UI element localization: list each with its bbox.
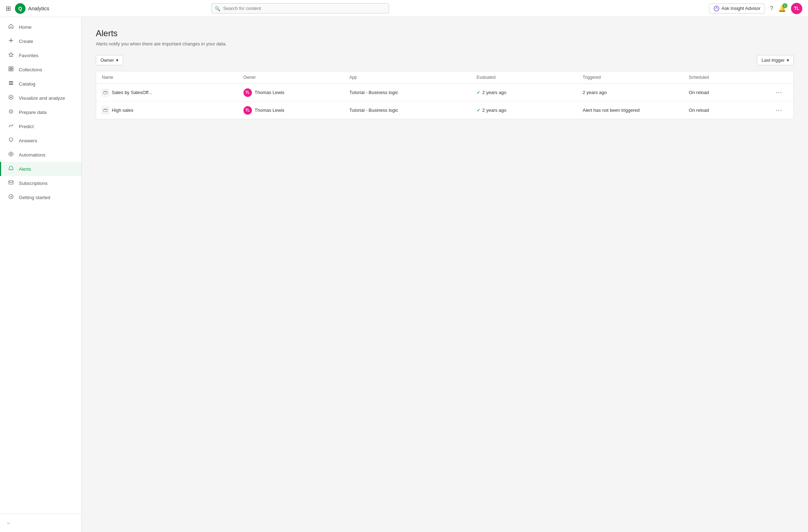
sidebar-item-getting-started-label: Getting started xyxy=(19,195,50,200)
sidebar-item-predict[interactable]: Predict xyxy=(0,119,81,133)
alert-triggered-cell-row2: Alert has not been triggered xyxy=(583,108,689,113)
grid-menu-button[interactable]: ⊞ xyxy=(6,5,11,12)
sidebar-item-visualize-label: Visualize and analyze xyxy=(19,95,65,101)
search-input[interactable] xyxy=(211,3,389,13)
sidebar-item-home-label: Home xyxy=(19,24,32,30)
owner-filter-label: Owner xyxy=(100,57,114,63)
home-icon xyxy=(7,23,15,31)
svg-rect-11 xyxy=(9,83,13,83)
sidebar: Home Create Favorites xyxy=(0,17,82,532)
insight-advisor-button[interactable]: Ask Insight Advisor xyxy=(709,4,765,13)
table-row: Sales by SalesOff... TL Thomas Lewis Tut… xyxy=(96,84,793,102)
row2-more-button[interactable]: ··· xyxy=(774,106,784,115)
sidebar-item-favorites-label: Favorites xyxy=(19,53,39,58)
owner-avatar-row1: TL xyxy=(243,88,252,97)
sidebar-item-favorites[interactable]: Favorites xyxy=(0,48,81,62)
sidebar-collapse-button[interactable]: ← xyxy=(6,518,75,528)
sidebar-item-collections[interactable]: Collections xyxy=(0,62,81,77)
sidebar-nav: Home Create Favorites xyxy=(0,17,81,514)
triggered-text-row2: Alert has not been triggered xyxy=(583,108,639,113)
answers-icon xyxy=(7,137,15,144)
sidebar-item-catalog-label: Catalog xyxy=(19,81,35,87)
row1-more-button[interactable]: ··· xyxy=(774,88,784,97)
visualize-icon xyxy=(7,94,15,102)
sidebar-item-visualize[interactable]: Visualize and analyze xyxy=(0,91,81,105)
prepare-icon xyxy=(7,109,15,116)
alert-owner-cell-row2: TL Thomas Lewis xyxy=(243,106,350,115)
svg-point-18 xyxy=(10,153,12,155)
sidebar-item-collections-label: Collections xyxy=(19,67,42,72)
col-header-actions xyxy=(774,75,788,80)
sidebar-item-create-label: Create xyxy=(19,39,33,44)
svg-marker-5 xyxy=(9,53,13,57)
alert-name-cell: Sales by SalesOff... xyxy=(102,89,243,96)
alert-row-icon xyxy=(102,89,109,96)
getting-started-icon xyxy=(7,194,15,201)
sidebar-item-getting-started[interactable]: Getting started xyxy=(0,190,81,204)
alert-owner-cell-row1: TL Thomas Lewis xyxy=(243,88,350,97)
sidebar-item-subscriptions-label: Subscriptions xyxy=(19,181,48,186)
sidebar-item-alerts-label: Alerts xyxy=(19,166,31,172)
owner-avatar-row2: TL xyxy=(243,106,252,115)
col-header-scheduled: Scheduled xyxy=(689,75,774,80)
col-header-evaluated: Evaluated xyxy=(477,75,583,80)
catalog-icon xyxy=(7,80,15,87)
svg-rect-6 xyxy=(9,67,11,68)
col-header-name: Name xyxy=(102,75,243,80)
sidebar-item-prepare-label: Prepare data xyxy=(19,110,46,115)
alert-row-icon-row2 xyxy=(102,107,109,114)
sidebar-item-home[interactable]: Home xyxy=(0,20,81,34)
owner-name-row2: Thomas Lewis xyxy=(255,108,285,113)
col-header-owner: Owner xyxy=(243,75,350,80)
insight-icon xyxy=(714,6,719,11)
sidebar-item-answers[interactable]: Answers xyxy=(0,133,81,148)
search-icon: 🔍 xyxy=(215,6,220,11)
svg-rect-7 xyxy=(11,67,13,68)
sidebar-item-subscriptions[interactable]: Subscriptions xyxy=(0,176,81,190)
predict-icon xyxy=(7,123,15,130)
svg-rect-12 xyxy=(9,84,13,85)
svg-rect-8 xyxy=(9,69,11,71)
sidebar-item-alerts[interactable]: Alerts xyxy=(0,162,81,176)
alert-name-cell-row2: High sales xyxy=(102,107,243,114)
alert-evaluated-cell-row1: ✔ 2 years ago xyxy=(477,90,583,95)
svg-rect-9 xyxy=(11,69,13,71)
alert-name-row2: High sales xyxy=(112,108,133,113)
qlik-logo-icon: Q xyxy=(15,3,26,14)
page-title: Alerts xyxy=(96,28,794,38)
alert-app-cell-row1: Tutorial - Business logic xyxy=(349,90,477,95)
sidebar-item-catalog[interactable]: Catalog xyxy=(0,77,81,91)
insight-advisor-label: Ask Insight Advisor xyxy=(721,6,760,11)
svg-rect-22 xyxy=(104,91,107,94)
collections-icon xyxy=(7,66,15,73)
alert-triggered-cell-row1: 2 years ago xyxy=(583,90,689,95)
collapse-icon: ← xyxy=(6,520,11,526)
alerts-icon xyxy=(7,165,15,172)
alert-scheduled-cell-row1: On reload xyxy=(689,90,774,95)
sidebar-item-create[interactable]: Create xyxy=(0,34,81,48)
main-area: Home Create Favorites xyxy=(0,17,808,532)
svg-point-14 xyxy=(10,97,12,98)
app-name-label: Analytics xyxy=(28,5,49,11)
svg-rect-24 xyxy=(104,109,107,112)
alert-actions-cell-row2: ··· xyxy=(774,106,788,115)
toolbar: Owner ▾ Last trigger ▾ xyxy=(96,55,794,65)
evaluated-text-row1: 2 years ago xyxy=(482,90,506,95)
sidebar-item-automations[interactable]: Automations xyxy=(0,148,81,162)
alert-evaluated-cell-row2: ✔ 2 years ago xyxy=(477,108,583,113)
user-avatar[interactable]: TL xyxy=(791,3,802,14)
svg-text:Q: Q xyxy=(18,6,22,11)
triggered-text-row1: 2 years ago xyxy=(583,90,607,95)
app-name-row1: Tutorial - Business logic xyxy=(349,90,398,95)
col-header-app: App xyxy=(349,75,477,80)
help-button[interactable]: ? xyxy=(770,5,773,12)
evaluated-check-icon-row2: ✔ xyxy=(477,108,480,113)
notification-button[interactable]: 🔔 1 xyxy=(778,5,786,12)
top-bar: ⊞ Q Analytics 🔍 Ask Insight Advi xyxy=(0,0,808,17)
owner-filter-button[interactable]: Owner ▾ xyxy=(96,55,123,65)
scheduled-text-row1: On reload xyxy=(689,90,709,95)
last-trigger-chevron-icon: ▾ xyxy=(787,57,789,63)
sidebar-item-answers-label: Answers xyxy=(19,138,37,143)
sidebar-item-prepare[interactable]: Prepare data xyxy=(0,105,81,119)
last-trigger-sort-button[interactable]: Last trigger ▾ xyxy=(757,55,794,65)
